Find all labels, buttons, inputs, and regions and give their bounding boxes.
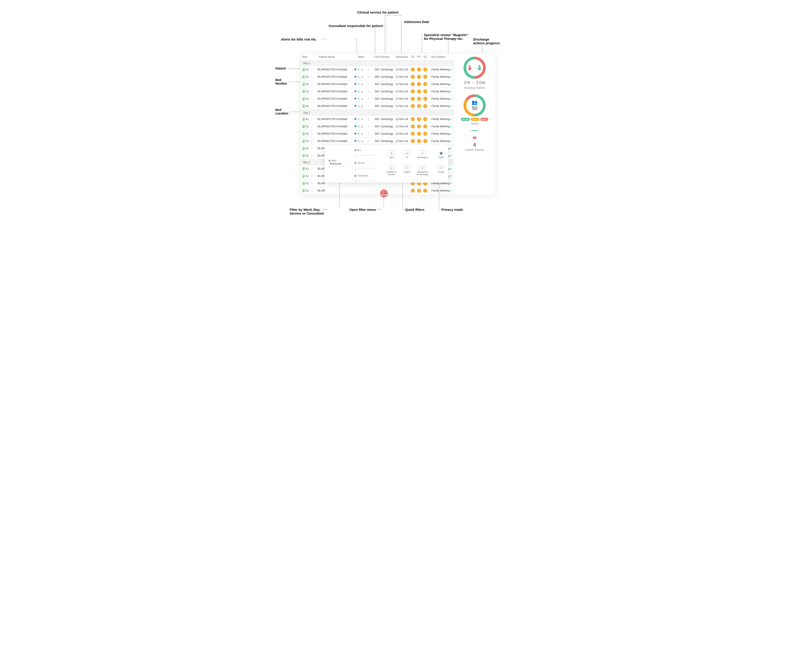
unseen-card[interactable]: ❤ 4 Unseen Patients	[462, 130, 487, 152]
patient-avatar	[312, 132, 312, 135]
callout-patient: Patient	[276, 67, 286, 70]
st-magnet[interactable]: ∞	[423, 97, 427, 101]
pt-magnet[interactable]: ∞	[417, 125, 421, 128]
teams-ring[interactable]: 👥 50	[463, 94, 486, 117]
filter-fab[interactable]: 🔍 FILTER	[380, 190, 388, 197]
pt-magnet[interactable]: ∞	[417, 139, 421, 143]
privacy-private[interactable]: ▲Private	[438, 165, 444, 178]
st-magnet[interactable]: ∞	[423, 90, 427, 93]
consultant-avatar	[369, 83, 369, 86]
pt-magnet[interactable]: ∞	[417, 90, 421, 93]
qf-outliers[interactable]: ▲Outliers	[400, 165, 414, 178]
pt-magnet[interactable]: ∞	[417, 189, 421, 193]
alerts-cell: ↯ ▲	[354, 132, 369, 136]
callout-discharge-progress: Discharge actions progress	[473, 37, 500, 45]
st-magnet[interactable]: ∞	[423, 139, 427, 143]
pt-magnet[interactable]: ∞	[417, 67, 421, 72]
st-magnet[interactable]: ∞	[423, 117, 427, 121]
ot-magnet[interactable]: ∞	[411, 189, 415, 193]
qf-discharge-to[interactable]: ▲Discharge to	[415, 150, 430, 164]
qf-new[interactable]: ▲New	[384, 150, 399, 164]
callout-open-filter: Open filter menu	[349, 208, 376, 211]
ot-magnet[interactable]: ∞	[411, 104, 415, 108]
key-action: Family Meeting	[428, 189, 450, 192]
check-icon: ✔	[450, 174, 454, 178]
st-magnet[interactable]: ∞	[423, 67, 427, 72]
bay-header[interactable]: Bay 2	[301, 110, 454, 115]
ot-magnet[interactable]: ∞	[411, 90, 415, 93]
table-row[interactable]: A1 BLAIRINGTON Archibald ↯ ▲ JSK Cardiol…	[301, 66, 454, 73]
key-action: Family Meeting	[428, 90, 450, 93]
table-row[interactable]: A1 BLAIRINGTON Archibald ↯ ▲ JSK Cardiol…	[301, 115, 454, 123]
bed-cell: A1	[303, 182, 312, 185]
table-row[interactable]: A1 BLAIRINGTON Archibald ↯ ▲ JSK Cardiol…	[301, 102, 454, 110]
callout-alerts: Alerts for falls risk etc.	[281, 37, 317, 41]
annotated-screenshot: Clinical service for patient Admission D…	[265, 0, 530, 224]
filter-bay[interactable]: Bay ˄˅	[354, 149, 376, 159]
qf-medically-fit[interactable]: ▲Medically fit for discharge	[415, 165, 430, 178]
pt-magnet[interactable]: ∞	[417, 75, 421, 79]
table-row[interactable]: A1 BLAIRINGTON Archibald ↯ ▲ JSK Cardiol…	[301, 88, 454, 95]
key-action: Family Meeting	[428, 97, 450, 100]
stepper-icon[interactable]: ˄˅	[329, 166, 346, 170]
bed-icon	[303, 104, 305, 107]
check-icon: ✔	[450, 97, 454, 101]
table-row[interactable]: A1 BLAIRINGTON Archibald ↯ ▲ JSK Cardiol…	[301, 73, 454, 81]
qf-suitable-for-transfer[interactable]: ▲Suitable for transfer	[384, 165, 399, 178]
filter-service[interactable]: Service ˄˅	[354, 162, 376, 172]
bed-cell: A1	[303, 147, 312, 150]
ot-magnet[interactable]: ∞	[411, 125, 415, 128]
gear-icon	[354, 132, 356, 136]
st-magnet[interactable]: ∞	[423, 75, 427, 79]
table-row[interactable]: A1 BLAIRINGTON Archibald ↯ ▲ JSK Cardiol…	[301, 81, 454, 88]
st-magnet[interactable]: ∞	[423, 189, 427, 193]
stepper-icon[interactable]: ˄˅	[354, 181, 376, 185]
gear-icon	[354, 75, 356, 78]
col-service: Service	[380, 55, 396, 58]
pt-magnet[interactable]: ∞	[417, 117, 421, 121]
ot-magnet[interactable]: ∞	[411, 97, 415, 101]
privacy-public[interactable]: ◉Public	[439, 150, 444, 164]
bed-number: A1	[306, 75, 309, 78]
st-magnet[interactable]: ∞	[423, 125, 427, 128]
ot-magnet[interactable]: ∞	[411, 139, 415, 143]
privacy-toggle: ◉Public ▲Private	[434, 145, 448, 182]
table-row[interactable]: A1 BLAIRINGTON Archibald ↯ ▲ JSK Cardiol…	[301, 138, 454, 145]
qf-all[interactable]: ▲All	[400, 150, 414, 164]
teams-label: Teams	[471, 122, 478, 125]
filter-popover: Ward Montecute ˄˅ Bay ˄˅ Service ˄˅ Cons…	[324, 145, 449, 183]
stepper-icon[interactable]: ˄˅	[354, 155, 376, 159]
table-row[interactable]: A1 BLAIRINGTON Archibald ↯ ▲ JSK Cardiol…	[301, 123, 454, 130]
filter-ward[interactable]: Ward Montecute ˄˅	[329, 159, 346, 170]
table-row[interactable]: A1 BLAIRINGTON Archibald ↯ ▲ JSK Cardiol…	[301, 130, 454, 138]
filter-consultant[interactable]: Consultant ˄˅	[354, 174, 376, 185]
consultant-avatar	[369, 132, 369, 135]
alerts-cell: ↯ ▲	[354, 68, 369, 71]
st-magnet[interactable]: ∞	[423, 82, 427, 86]
st-magnet[interactable]: ∞	[423, 104, 427, 108]
bed-cell: A1	[303, 97, 312, 100]
bay-header[interactable]: Bay 1	[301, 60, 454, 66]
stepper-icon[interactable]: ˄˅	[354, 168, 376, 172]
table-row[interactable]: A1 BLAIRINGTON Archibald ↯ ▲ JSK Cardiol…	[301, 95, 454, 102]
alerts-cell: ↯ ▲	[354, 83, 369, 86]
pt-magnet[interactable]: ∞	[417, 132, 421, 136]
ot-magnet[interactable]: ∞	[411, 117, 415, 121]
patient-avatar	[312, 182, 312, 185]
ot-magnet[interactable]: ∞	[411, 67, 415, 72]
pt-magnet[interactable]: ∞	[417, 104, 421, 108]
ot-magnet[interactable]: ∞	[411, 132, 415, 136]
pt-magnet[interactable]: ∞	[417, 82, 421, 86]
falls-risk-icon: ↯	[357, 133, 360, 135]
incoming-ring[interactable]: →	[463, 57, 486, 79]
ot-magnet[interactable]: ∞	[411, 82, 415, 86]
st-magnet[interactable]: ∞	[423, 132, 427, 136]
bed-icon	[303, 68, 305, 71]
check-icon: ✔	[450, 154, 454, 157]
table-row[interactable]: A1 BLAIR ∞ ∞ ∞ Family Meeting ✔	[301, 187, 454, 194]
pt-magnet[interactable]: ∞	[417, 97, 421, 101]
ot-magnet[interactable]: ∞	[411, 75, 415, 79]
table-row[interactable]: A1 BLAIR ∞ ∞ ∞ Family Meeting ✔	[301, 194, 454, 195]
bed-cell: A1	[303, 189, 312, 192]
service-cell: Cardiology	[380, 75, 396, 78]
